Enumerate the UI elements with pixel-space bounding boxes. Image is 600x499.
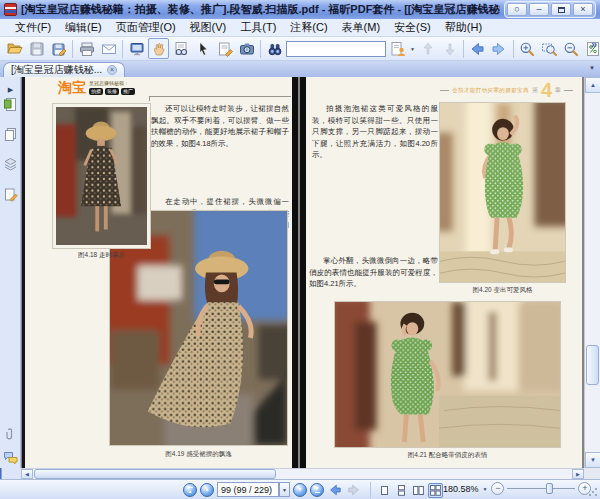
vertical-scrollbar[interactable]: ▲ ▼ bbox=[584, 77, 600, 468]
tab-close-icon[interactable]: × bbox=[107, 65, 117, 75]
toolbar-separator bbox=[260, 40, 261, 58]
open-folder-icon bbox=[7, 41, 23, 57]
annotation-pencil-icon bbox=[3, 187, 18, 202]
page-field-dropdown[interactable]: ▼ bbox=[279, 482, 290, 497]
right-page-paragraph-1: 拍摄泡泡裙这类可爱风格的服装，模特可以笑得甜一些。只使用一只脚支撑，另一只脚踮起… bbox=[312, 103, 438, 161]
open-button[interactable] bbox=[4, 38, 25, 59]
title-bar: [淘宝皇冠店赚钱秘籍：拍摄、装修、推广].段智威.扫描版.pdf - 福昕PDF… bbox=[0, 0, 600, 19]
menu-security[interactable]: 安全(S) bbox=[387, 18, 438, 37]
zoom-in-tool-button[interactable] bbox=[517, 38, 538, 59]
scroll-down-button[interactable]: ▼ bbox=[585, 452, 600, 468]
pages-icon bbox=[3, 127, 18, 142]
zoom-level-value[interactable]: 180.58% bbox=[443, 484, 479, 494]
select-annotation-button[interactable] bbox=[192, 38, 213, 59]
marquee-zoom-button[interactable] bbox=[539, 38, 560, 59]
scroll-left-button[interactable]: ◀ bbox=[21, 469, 33, 479]
single-page-view-button[interactable] bbox=[377, 483, 392, 498]
foxit-pdf-window: [淘宝皇冠店赚钱秘籍：拍摄、装修、推广].段智威.扫描版.pdf - 福昕PDF… bbox=[0, 0, 600, 499]
zoom-slider-thumb[interactable] bbox=[546, 483, 553, 494]
menu-tools[interactable]: 工具(T) bbox=[233, 18, 283, 37]
find-previous-icon bbox=[419, 41, 435, 57]
print-button[interactable] bbox=[76, 38, 97, 59]
continuous-view-button[interactable] bbox=[394, 483, 409, 498]
horizontal-scrollbar[interactable]: ◀ ▶ bbox=[21, 468, 584, 479]
fullscreen-button[interactable] bbox=[126, 38, 147, 59]
layers-panel-button[interactable] bbox=[2, 156, 19, 173]
search-document-icon bbox=[390, 41, 406, 57]
left-page-header: 淘宝 皇冠店赚钱秘籍： 拍摄 装修 推广 bbox=[58, 80, 135, 95]
toolbar-separator bbox=[72, 40, 73, 58]
page-number-field[interactable]: 99 (99 / 229) bbox=[217, 482, 279, 497]
menu-file[interactable]: 文件(F) bbox=[8, 18, 58, 37]
document-tab[interactable]: [淘宝皇冠店赚钱秘... × bbox=[3, 62, 125, 77]
search-input[interactable] bbox=[286, 41, 386, 57]
maximize-button[interactable] bbox=[551, 3, 571, 16]
menu-edit[interactable]: 编辑(E) bbox=[58, 18, 109, 37]
document-view[interactable]: 淘宝 皇冠店赚钱秘籍： 拍摄 装修 推广 还可以让模特走时装步，让裙摆自然飘起。… bbox=[21, 77, 584, 468]
document-tab-label: [淘宝皇冠店赚钱秘... bbox=[11, 63, 102, 77]
search-options-button[interactable] bbox=[387, 38, 408, 59]
window-resize-grip[interactable] bbox=[588, 487, 598, 497]
save-as-icon bbox=[51, 41, 67, 57]
back-arrow-icon bbox=[469, 41, 485, 57]
next-view-button[interactable] bbox=[489, 38, 510, 59]
zoom-slider[interactable] bbox=[507, 482, 575, 495]
comments-list-panel-button[interactable] bbox=[2, 449, 19, 466]
page-left: 淘宝 皇冠店赚钱秘籍： 拍摄 装修 推广 还可以让模特走时装步，让裙摆自然飘起。… bbox=[22, 77, 298, 468]
menu-forms[interactable]: 表单(M) bbox=[335, 18, 388, 37]
email-icon bbox=[101, 41, 117, 57]
document-tab-bar: [淘宝皇冠店赚钱秘... × ▼ bbox=[0, 61, 600, 77]
previous-view-button[interactable] bbox=[467, 38, 488, 59]
previous-view-button-status[interactable] bbox=[327, 483, 343, 497]
status-bar: ▲ ▲ 99 (99 / 229) ▼ ▼ ▼ 180.58% ▼ − + bbox=[0, 479, 600, 499]
menu-comments[interactable]: 注释(C) bbox=[283, 18, 334, 37]
badge-decoration: 装修 bbox=[105, 88, 119, 95]
toolbar: ▼ » bbox=[0, 37, 600, 61]
vertical-scrollbar-thumb[interactable] bbox=[586, 345, 599, 385]
close-button[interactable]: × bbox=[573, 3, 593, 16]
toolbar-overflow-button[interactable]: » bbox=[591, 38, 597, 50]
pages-panel-button[interactable] bbox=[2, 126, 19, 143]
next-page-button[interactable]: ▼ bbox=[293, 483, 307, 497]
menu-page-management[interactable]: 页面管理(O) bbox=[109, 18, 183, 37]
select-text-button[interactable] bbox=[170, 38, 191, 59]
update-button[interactable]: ○ bbox=[507, 3, 527, 16]
menu-help[interactable]: 帮助(H) bbox=[438, 18, 489, 37]
bookmarks-panel-button[interactable] bbox=[2, 96, 19, 113]
app-logo-icon bbox=[4, 3, 17, 16]
first-page-button[interactable]: ▲ bbox=[183, 483, 197, 497]
zoom-dropdown-caret-icon[interactable]: ▼ bbox=[483, 486, 488, 492]
book-subtitle: 皇冠店赚钱秘籍： bbox=[89, 80, 135, 87]
save-as-button[interactable] bbox=[48, 38, 69, 59]
photo-figure-4-20 bbox=[439, 102, 566, 283]
zoom-out-button[interactable]: − bbox=[491, 482, 504, 495]
photo-figure-4-21 bbox=[334, 301, 561, 448]
attachments-panel-button[interactable] bbox=[2, 426, 19, 443]
previous-page-button[interactable]: ▲ bbox=[200, 483, 214, 497]
last-page-button[interactable]: ▼ bbox=[310, 483, 324, 497]
typewriter-icon bbox=[217, 41, 233, 57]
typewriter-button[interactable] bbox=[214, 38, 235, 59]
monitor-icon bbox=[129, 41, 145, 57]
right-page-paragraph-2: 掌心外翻，头微微倒向一边，略带俏皮的表情也能提升服装的可爱程度，如图4.21所示… bbox=[309, 255, 438, 290]
comments-panel-button[interactable] bbox=[2, 186, 19, 203]
snapshot-button[interactable] bbox=[236, 38, 257, 59]
book-badges: 拍摄 装修 推广 bbox=[89, 88, 135, 95]
scroll-up-button[interactable]: ▲ bbox=[585, 77, 600, 93]
zoom-in-icon bbox=[519, 41, 535, 57]
scroll-right-button[interactable]: ▶ bbox=[572, 469, 584, 479]
menu-view[interactable]: 视图(V) bbox=[183, 18, 234, 37]
tab-list-caret-icon[interactable]: ▼ bbox=[589, 65, 595, 71]
find-button[interactable] bbox=[264, 38, 285, 59]
main-area: ▶ 淘宝 皇冠店赚钱秘籍： 拍摄 装修 推广 bbox=[0, 77, 600, 468]
email-button[interactable] bbox=[98, 38, 119, 59]
continuous-facing-view-button[interactable] bbox=[428, 483, 443, 498]
horizontal-scrollbar-thumb[interactable] bbox=[34, 469, 276, 479]
zoom-out-tool-button[interactable] bbox=[561, 38, 582, 59]
maximize-icon bbox=[558, 7, 565, 13]
minimize-button[interactable]: – bbox=[529, 3, 549, 16]
hand-tool-button[interactable] bbox=[148, 38, 169, 59]
header-rule-right bbox=[564, 90, 573, 91]
facing-view-button[interactable] bbox=[411, 483, 426, 498]
search-options-caret-icon[interactable]: ▼ bbox=[410, 46, 415, 52]
